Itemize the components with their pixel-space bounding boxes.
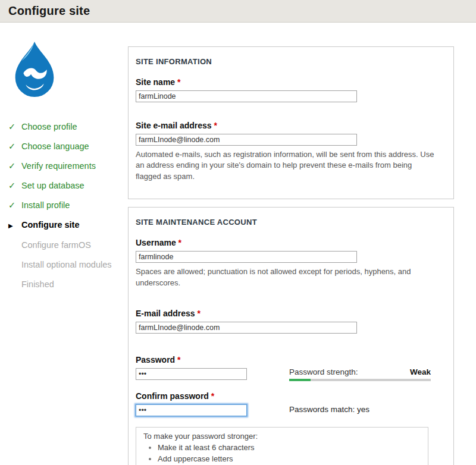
username-label: Username *	[136, 238, 445, 247]
password-tip: Make it at least 6 characters	[158, 442, 421, 453]
site-information-legend: SITE INFORMATION	[136, 53, 445, 66]
current-step-arrow-icon: ▶	[8, 220, 21, 231]
step-label: Configure site	[21, 219, 79, 231]
account-email-label: E-mail address *	[136, 309, 445, 318]
step-install-optional-modules: Install optional modules	[8, 259, 128, 271]
step-set-up-database: ✓ Set up database	[8, 180, 128, 191]
step-label: Install optional modules	[21, 259, 112, 271]
step-choose-profile: ✓ Choose profile	[8, 121, 128, 133]
step-label: Install profile	[21, 200, 70, 211]
site-name-label: Site name *	[136, 77, 445, 87]
checkmark-icon: ✓	[8, 180, 21, 191]
step-configure-site-current: ▶ Configure site	[8, 219, 128, 231]
install-sidebar: ✓ Choose profile ✓ Choose language ✓ Ver…	[0, 23, 128, 465]
step-label: Verify requirements	[21, 161, 96, 172]
username-field: Username * Spaces are allowed; punctuati…	[136, 238, 445, 288]
install-steps: ✓ Choose profile ✓ Choose language ✓ Ver…	[8, 121, 128, 290]
passwords-match-status: Passwords match: yes	[289, 405, 431, 414]
step-label: Choose language	[21, 141, 89, 152]
site-maintenance-account-legend: SITE MAINTENANCE ACCOUNT	[136, 213, 445, 227]
password-input[interactable]	[136, 368, 247, 380]
password-strength-label: Password strength:	[289, 367, 358, 376]
username-input[interactable]	[136, 251, 357, 263]
step-label: Set up database	[21, 180, 84, 191]
drupal-logo-icon	[8, 40, 61, 100]
confirm-password-label: Confirm password *	[136, 391, 289, 401]
password-tip: Add uppercase letters	[158, 454, 421, 464]
step-configure-farmos: Configure farmOS	[8, 240, 128, 251]
checkmark-icon: ✓	[8, 141, 21, 152]
required-marker: *	[177, 355, 180, 365]
password-fields: Password * Confirm password *	[136, 355, 289, 416]
password-strength-value: Weak	[410, 367, 431, 376]
site-email-help: Automated e-mails, such as registration …	[136, 149, 438, 182]
step-install-profile: ✓ Install profile	[8, 200, 128, 211]
checkmark-icon: ✓	[8, 121, 21, 133]
site-email-input[interactable]	[136, 134, 357, 146]
required-marker: *	[177, 77, 180, 87]
step-choose-language: ✓ Choose language	[8, 141, 128, 152]
password-strength-indicator: Password strength: Weak	[289, 367, 431, 381]
password-tips-box: To make your password stronger: Make it …	[136, 427, 428, 465]
site-name-field: Site name *	[136, 77, 445, 102]
step-label: Finished	[21, 279, 54, 290]
username-help: Spaces are allowed; punctuation is not a…	[136, 266, 438, 288]
checkmark-icon: ✓	[8, 161, 21, 172]
checkmark-icon: ✓	[8, 200, 21, 211]
confirm-password-input[interactable]	[136, 404, 247, 416]
password-tips-title: To make your password stronger:	[143, 432, 421, 441]
password-strength-bar	[289, 379, 431, 381]
content: ✓ Choose profile ✓ Choose language ✓ Ver…	[0, 23, 476, 465]
password-label: Password *	[136, 355, 289, 365]
password-tips-list: Make it at least 6 characters Add upperc…	[158, 442, 421, 465]
site-information-section: SITE INFORMATION Site name * Site e-mail…	[128, 46, 454, 199]
account-email-input[interactable]	[136, 322, 357, 334]
required-marker: *	[198, 309, 201, 318]
site-email-field: Site e-mail address * Automated e-mails,…	[136, 121, 445, 182]
account-email-field: E-mail address *	[136, 309, 445, 334]
step-label: Choose profile	[21, 121, 77, 133]
required-marker: *	[178, 238, 181, 247]
page-title: Configure site	[8, 4, 90, 18]
password-area: Password * Confirm password * Password s…	[136, 355, 445, 416]
password-feedback: Password strength: Weak Passwords match:…	[289, 355, 431, 416]
site-email-label: Site e-mail address *	[136, 121, 445, 130]
required-marker: *	[214, 121, 217, 130]
step-finished: Finished	[8, 279, 128, 290]
step-verify-requirements: ✓ Verify requirements	[8, 161, 128, 172]
password-strength-bar-fill	[289, 379, 311, 381]
site-maintenance-account-section: SITE MAINTENANCE ACCOUNT Username * Spac…	[128, 207, 454, 465]
configure-site-form: SITE INFORMATION Site name * Site e-mail…	[128, 23, 454, 465]
page-header: Configure site	[0, 0, 476, 23]
step-label: Configure farmOS	[21, 240, 91, 251]
site-name-input[interactable]	[136, 90, 357, 102]
required-marker: *	[211, 391, 214, 401]
